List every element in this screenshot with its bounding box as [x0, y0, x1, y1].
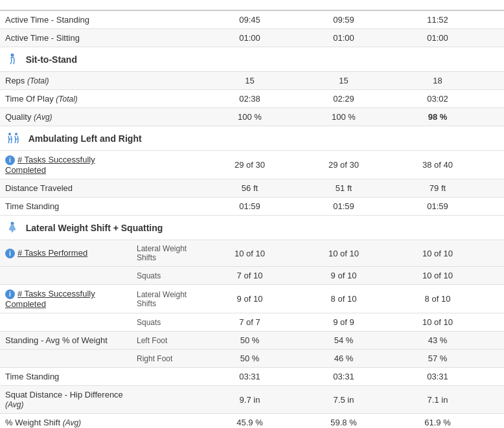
info-icon[interactable]: i	[5, 289, 15, 299]
value-cell-2: 29 of 30	[297, 151, 391, 179]
nav-spacer	[132, 368, 203, 386]
section-header-cell: Ambulating Left and Right	[0, 126, 504, 151]
section-label: Ambulating Left and Right	[29, 133, 142, 144]
measure-cell: i# Tasks Successfully Completed	[0, 151, 132, 179]
table-row: Active Time - Standing 09:45 09:59 11:52	[0, 10, 504, 29]
value-cell-3: 79 ft	[391, 179, 485, 197]
main-table-container: Active Time - Standing 09:45 09:59 11:52…	[0, 0, 504, 428]
value-cell-1: 50 %	[203, 350, 297, 368]
measure-cell	[0, 313, 132, 332]
sub-measure-cell: Lateral Weight Shifts	[132, 240, 203, 267]
value-cell-2: 100 %	[297, 108, 391, 126]
nav-spacer-right	[485, 414, 504, 428]
date-col-3	[391, 0, 485, 10]
measure-label: Squat Distance - Hip Difference	[5, 390, 123, 400]
measure-label: Reps	[5, 76, 25, 85]
table-row: Quality (Avg) 100 % 100 % 98 %	[0, 108, 504, 126]
nav-spacer	[132, 10, 203, 29]
table-row-sub: Squats 7 of 7 9 of 9 10 of 10	[0, 313, 504, 332]
nav-spacer	[132, 72, 203, 90]
sub-measure-cell: Squats	[132, 267, 203, 285]
value-cell-2: 59.8 %	[297, 414, 391, 428]
nav-spacer-right	[485, 179, 504, 197]
section-icon	[5, 52, 19, 69]
measure-label: Time Standing	[5, 372, 59, 381]
value-cell-2: 03:31	[297, 368, 391, 386]
measure-cell: Time Of Play (Total)	[0, 90, 132, 108]
table-row: Reps (Total) 15 15 18	[0, 72, 504, 90]
measure-cell: Squat Distance - Hip Difference (Avg)	[0, 386, 132, 414]
value-cell-3: 10 of 10	[391, 267, 485, 285]
nav-spacer	[132, 151, 203, 179]
nav-spacer-right	[485, 151, 504, 179]
nav-spacer-right	[485, 313, 504, 332]
value-cell-2: 09:59	[297, 10, 391, 29]
measure-cell: Distance Traveled	[0, 179, 132, 197]
value-cell-3: 01:59	[391, 197, 485, 216]
value-cell-3: 10 of 10	[391, 313, 485, 332]
value-cell-3: 43 %	[391, 332, 485, 350]
measure-suffix: (Avg)	[34, 113, 52, 122]
sub-measure-cell: Lateral Weight Shifts	[132, 285, 203, 313]
measure-label: Time Of Play	[5, 94, 54, 104]
measure-cell: Time Standing	[0, 368, 132, 386]
measure-suffix: (Avg)	[5, 400, 23, 409]
table-row: Distance Traveled 56 ft 51 ft 79 ft	[0, 179, 504, 197]
table-row: i# Tasks Successfully Completed 29 of 30…	[0, 151, 504, 179]
measure-cell: % Weight Shift (Avg)	[0, 414, 132, 428]
sub-measure-cell: Right Foot	[132, 350, 203, 368]
nav-spacer-right	[485, 108, 504, 126]
measure-cell: Quality (Avg)	[0, 108, 132, 126]
value-cell-2: 46 %	[297, 350, 391, 368]
value-cell-1: 15	[203, 72, 297, 90]
section-header-row: Lateral Weight Shift + Squatting	[0, 216, 504, 240]
nav-spacer-right	[485, 368, 504, 386]
value-cell-2: 9 of 10	[297, 267, 391, 285]
measure-cell: Active Time - Sitting	[0, 29, 132, 47]
section-label: Lateral Weight Shift + Squatting	[26, 223, 163, 233]
measure-label: Active Time - Sitting	[5, 33, 80, 43]
value-cell-1: 03:31	[203, 368, 297, 386]
nav-spacer	[132, 108, 203, 126]
nav-spacer	[132, 414, 203, 428]
value-cell-1: 09:45	[203, 10, 297, 29]
nav-spacer-right	[485, 332, 504, 350]
value-cell-1: 29 of 30	[203, 151, 297, 179]
nav-spacer-right	[485, 240, 504, 267]
value-cell-1: 02:38	[203, 90, 297, 108]
measure-cell: i# Tasks Performed	[0, 240, 132, 267]
table-row-sub: Standing - Avg % of Weight Left Foot 50 …	[0, 332, 504, 350]
value-cell-3: 18	[391, 72, 485, 90]
measure-cell: Active Time - Standing	[0, 10, 132, 29]
info-icon[interactable]: i	[5, 155, 15, 165]
info-icon[interactable]: i	[5, 249, 15, 258]
sub-measure-cell: Left Foot	[132, 332, 203, 350]
nav-spacer	[132, 179, 203, 197]
table-row: Time Of Play (Total) 02:38 02:29 03:02	[0, 90, 504, 108]
section-header-cell: Sit-to-Stand	[0, 47, 504, 72]
table-row: Time Standing 03:31 03:31 03:31	[0, 368, 504, 386]
nav-spacer-right	[485, 72, 504, 90]
section-icon	[5, 221, 19, 237]
value-cell-3: 57 %	[391, 350, 485, 368]
value-cell-3: 8 of 10	[391, 285, 485, 313]
value-cell-1: 7 of 7	[203, 313, 297, 332]
measure-label: Time Standing	[5, 201, 59, 211]
date-col-2	[297, 0, 391, 10]
value-cell-2: 8 of 10	[297, 285, 391, 313]
lateral-icon	[5, 221, 19, 235]
value-cell-3: 61.9 %	[391, 414, 485, 428]
table-row-sub: Squats 7 of 10 9 of 10 10 of 10	[0, 267, 504, 285]
measure-suffix: (Avg)	[63, 418, 81, 427]
value-cell-3: 03:31	[391, 368, 485, 386]
nav-prev-cell	[132, 0, 203, 10]
value-cell-1: 9.7 in	[203, 386, 297, 414]
measure-cell: Reps (Total)	[0, 72, 132, 90]
value-cell-2: 02:29	[297, 90, 391, 108]
measure-label: # Tasks Successfully Completed	[5, 155, 95, 175]
section-header-row: Sit-to-Stand	[0, 47, 504, 72]
value-cell-2: 15	[297, 72, 391, 90]
nav-spacer-right	[485, 285, 504, 313]
svg-point-2	[15, 133, 17, 135]
measure-label: Quality	[5, 112, 31, 122]
